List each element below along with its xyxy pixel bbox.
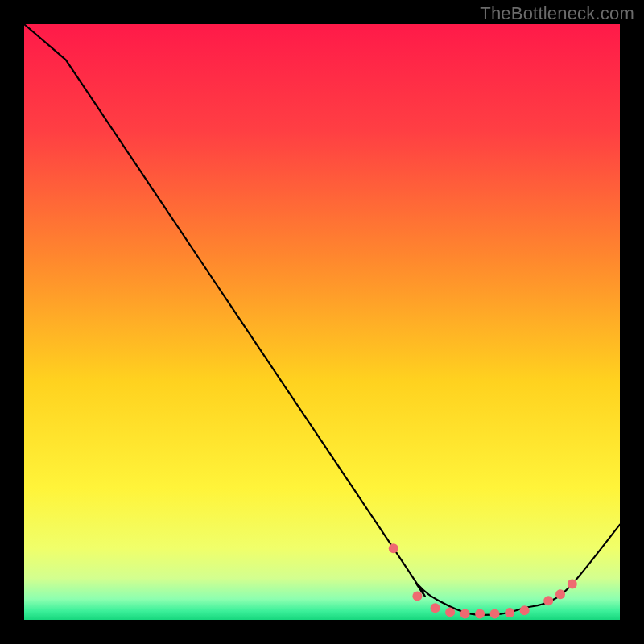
curve-marker (543, 596, 553, 605)
curve-marker (460, 609, 470, 619)
plot-background (24, 24, 620, 620)
curve-marker (568, 580, 577, 589)
chart-svg (0, 0, 644, 644)
curve-marker (475, 609, 485, 619)
chart-stage: TheBottleneck.com (0, 0, 644, 644)
curve-marker (555, 589, 565, 599)
curve-marker (520, 605, 530, 615)
curve-marker (445, 607, 455, 617)
curve-marker (490, 609, 500, 619)
curve-marker (389, 543, 398, 553)
curve-marker (431, 603, 440, 613)
curve-marker (412, 591, 422, 601)
curve-marker (505, 608, 514, 617)
